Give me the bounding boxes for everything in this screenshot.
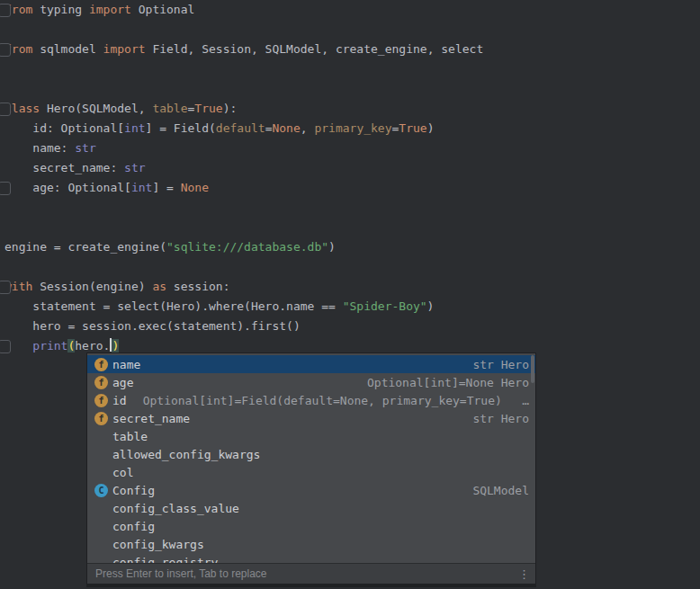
gutter-mark-icon[interactable]: [0, 43, 11, 57]
code-token: True: [399, 121, 426, 135]
code-line[interactable]: [4, 20, 700, 40]
gutter-mark-icon[interactable]: [0, 103, 11, 116]
gutter-mark-icon[interactable]: [0, 4, 11, 17]
icon-placeholder: [94, 520, 108, 533]
icon-placeholder: [94, 502, 108, 515]
completion-list[interactable]: fnamestr HerofageOptional[int]=None Hero…: [87, 353, 535, 563]
completion-item-type-hint: SQLModel: [472, 484, 529, 497]
code-token: Optional: [131, 3, 194, 16]
completion-item-label: id: [112, 394, 127, 407]
completion-item-type-hint: str Hero: [472, 412, 529, 425]
code-line[interactable]: engine = create_engine("sqlite:///databa…: [4, 237, 700, 257]
field-icon: f: [94, 394, 108, 407]
code-token: ] =: [152, 181, 180, 194]
code-token: name:: [4, 141, 75, 155]
kebab-vertical-icon[interactable]: ⋮: [518, 567, 530, 581]
icon-placeholder: [94, 430, 108, 443]
completion-item[interactable]: config_kwargs: [87, 535, 535, 553]
code-token: engine = create_engine(: [4, 240, 166, 254]
code-token: ): [112, 339, 119, 353]
code-line[interactable]: [4, 79, 700, 99]
completion-item[interactable]: table: [87, 427, 535, 445]
code-line[interactable]: hero = session.exec(statement).first(): [4, 317, 700, 336]
code-line[interactable]: from typing import Optional: [4, 0, 700, 20]
completion-item-label: config_class_value: [112, 502, 239, 515]
completion-popup: fnamestr HerofageOptional[int]=None Hero…: [86, 353, 536, 584]
field-icon: f: [94, 358, 108, 371]
code-token: True: [194, 102, 222, 115]
code-line[interactable]: [4, 59, 700, 79]
code-token: ): [427, 299, 435, 313]
gutter-mark-icon[interactable]: [0, 340, 11, 353]
code-token: primary_key: [314, 121, 391, 135]
completion-item[interactable]: fnamestr Hero: [87, 355, 535, 373]
completion-item[interactable]: fageOptional[int]=None Hero: [87, 373, 535, 391]
code-line[interactable]: id: Optional[int] = Field(default=None, …: [4, 119, 700, 138]
code-token: as: [152, 280, 166, 293]
code-line[interactable]: with Session(engine) as session:: [4, 277, 700, 297]
code-token: default: [216, 121, 265, 135]
completion-item-label: col: [112, 466, 133, 479]
completion-item[interactable]: col: [87, 463, 535, 481]
code-token: "sqlite:///database.db": [166, 240, 328, 254]
code-token: id: Optional[: [4, 121, 124, 135]
completion-item[interactable]: fsecret_namestr Hero: [87, 409, 535, 427]
code-token: ,: [301, 121, 315, 135]
code-token: Field, Session, SQLModel, create_engine,…: [146, 42, 484, 56]
completion-item-signature: Optional[int]=Field(default=None, primar…: [143, 394, 502, 407]
code-token: sqlmodel: [32, 42, 103, 56]
completion-item-type-hint: str Hero: [472, 358, 529, 371]
completion-item-label: config: [112, 520, 155, 533]
code-line[interactable]: from sqlmodel import Field, Session, SQL…: [4, 40, 700, 59]
popup-shadow: [86, 584, 536, 587]
code-token: ): [328, 240, 336, 254]
field-icon: f: [94, 412, 108, 425]
code-token: None: [272, 121, 300, 135]
completion-item-type-hint: …: [522, 394, 529, 407]
gutter-mark-icon[interactable]: [0, 182, 11, 195]
code-line[interactable]: age: Optional[int] = None: [4, 178, 700, 198]
code-token: "Spider-Boy": [343, 299, 427, 313]
completion-item-label: name: [112, 358, 140, 371]
completion-item[interactable]: allowed_config_kwargs: [87, 445, 535, 463]
code-line[interactable]: secret_name: str: [4, 158, 700, 178]
completion-item-label: age: [112, 376, 133, 389]
completion-item-type-hint: Optional[int]=None Hero: [367, 376, 529, 389]
icon-placeholder: [94, 556, 108, 564]
completion-item-label: allowed_config_kwargs: [112, 448, 260, 461]
code-token: ):: [223, 102, 238, 115]
code-token: str: [124, 161, 145, 174]
code-token: import: [89, 3, 131, 16]
completion-item-label: table: [112, 430, 148, 443]
completion-item[interactable]: config_registry: [87, 553, 535, 563]
code-token: int: [131, 181, 152, 194]
completion-item[interactable]: config: [87, 517, 535, 535]
completion-item[interactable]: config_class_value: [87, 499, 535, 517]
code-token: Session(engine): [32, 280, 152, 293]
code-line[interactable]: statement = select(Hero).where(Hero.name…: [4, 297, 700, 317]
completion-hint: Press Enter to insert, Tab to replace: [95, 567, 267, 580]
completion-item[interactable]: fidOptional[int]=Field(default=None, pri…: [87, 391, 535, 409]
completion-item[interactable]: CConfigSQLModel: [87, 481, 535, 499]
field-icon: f: [94, 376, 108, 389]
code-line[interactable]: [4, 218, 700, 237]
code-line[interactable]: class Hero(SQLModel, table=True):: [4, 99, 700, 119]
code-token: statement = select(Hero).where(Hero.name…: [4, 299, 343, 313]
code-line[interactable]: name: str: [4, 138, 700, 158]
code-token: print: [32, 339, 67, 353]
code-token: age: Optional[: [4, 181, 131, 194]
completion-item-label: secret_name: [112, 412, 190, 425]
completion-item-label: Config: [112, 484, 155, 497]
completion-footer: Press Enter to insert, Tab to replace ⋮: [87, 563, 535, 584]
code-line[interactable]: [4, 198, 700, 218]
code-token: secret_name:: [4, 161, 124, 174]
icon-placeholder: [94, 538, 108, 551]
code-token: typing: [32, 3, 89, 16]
code-token: import: [103, 42, 146, 56]
gutter-mark-icon[interactable]: [0, 281, 11, 294]
code-line[interactable]: [4, 257, 700, 277]
scrollbar-thumb[interactable]: [531, 355, 534, 383]
code-token: ): [427, 121, 435, 135]
icon-placeholder: [94, 448, 108, 461]
completion-item-label: config_kwargs: [112, 538, 204, 551]
